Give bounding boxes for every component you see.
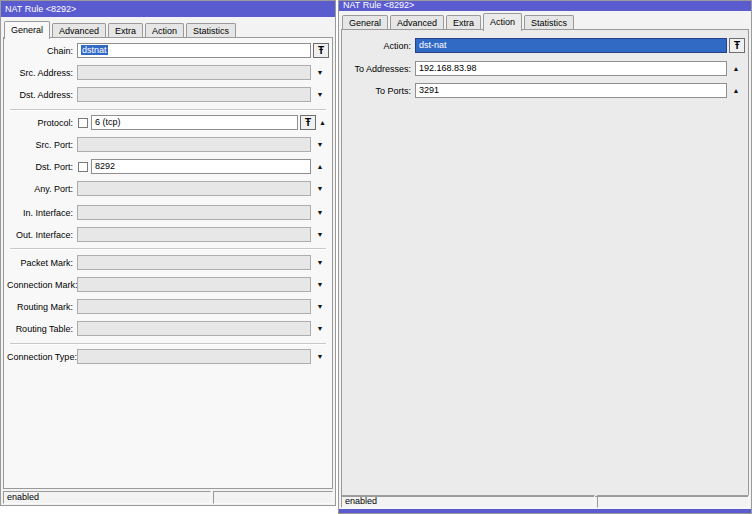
routing-mark-label: Routing Mark: [7,302,73,312]
tab-extra[interactable]: Extra [108,23,143,38]
field-row-src-port: Src. Port: ▼ [7,137,329,152]
chevron-down-icon: ▼ [317,141,324,148]
status-enabled: enabled [3,491,211,504]
chevron-down-icon: ▼ [317,185,324,192]
any-port-label: Any. Port: [7,184,73,194]
to-addresses-collapse[interactable]: ▲ [727,61,745,76]
to-ports-input[interactable]: 3291 [415,83,727,98]
chevron-down-icon: ▼ [317,91,324,98]
action-dropdown-button[interactable]: Ŧ [729,38,745,53]
tab-action[interactable]: Action [145,23,184,38]
src-address-combo[interactable] [77,65,311,80]
status-extra [213,491,333,504]
chain-selected-text: dstnat [81,45,108,55]
connection-type-expand[interactable]: ▼ [311,349,329,364]
routing-mark-combo[interactable] [77,299,311,314]
tab-strip: General Advanced Extra Action Statistics [342,11,576,30]
status-enabled: enabled [341,495,595,508]
connection-mark-expand[interactable]: ▼ [311,277,329,292]
tab-action[interactable]: Action [483,13,522,31]
in-interface-expand[interactable]: ▼ [311,205,329,220]
dst-address-combo[interactable] [77,87,311,102]
titlebar[interactable]: NAT Rule <8292> [339,1,751,11]
window-title: NAT Rule <8292> [5,4,76,14]
field-row-dst-address: Dst. Address: ▼ [7,87,329,102]
to-addresses-label: To Addresses: [345,64,411,74]
protocol-not-checkbox[interactable] [78,118,88,128]
routing-table-combo[interactable] [77,321,311,336]
tab-general[interactable]: General [342,15,388,30]
titlebar[interactable]: NAT Rule <8292> [1,1,335,17]
chevron-up-icon: ▲ [319,119,326,126]
chevron-down-icon: ▼ [317,69,324,76]
dst-port-collapse[interactable]: ▲ [311,159,329,174]
field-row-chain: Chain: dstnat Ŧ [7,43,329,58]
chevron-up-icon: ▲ [317,163,324,170]
any-port-expand[interactable]: ▼ [311,181,329,196]
field-row-packet-mark: Packet Mark: ▼ [7,255,329,270]
connection-type-combo[interactable] [77,349,311,364]
tab-strip: General Advanced Extra Action Statistics [4,19,238,38]
chevron-down-icon: ▼ [317,353,324,360]
field-row-protocol: Protocol: 6 (tcp) Ŧ ▲ [7,115,329,130]
protocol-dropdown-button[interactable]: Ŧ [300,115,316,130]
dropdown-list-icon: Ŧ [734,40,740,51]
group-separator [10,248,326,250]
group-separator [10,343,326,345]
dst-port-label: Dst. Port: [7,162,73,172]
action-label: Action: [345,41,411,51]
chain-dropdown-button[interactable]: Ŧ [313,43,329,58]
window-title: NAT Rule <8292> [343,1,751,11]
chain-input[interactable]: dstnat [77,43,311,58]
packet-mark-label: Packet Mark: [7,258,73,268]
field-row-to-addresses: To Addresses: 192.168.83.98 ▲ [345,61,745,76]
out-interface-expand[interactable]: ▼ [311,227,329,242]
field-row-to-ports: To Ports: 3291 ▲ [345,83,745,98]
packet-mark-combo[interactable] [77,255,311,270]
tab-advanced[interactable]: Advanced [52,23,106,38]
dst-port-not-checkbox[interactable] [78,162,88,172]
src-address-expand[interactable]: ▼ [311,65,329,80]
nat-rule-window-general: NAT Rule <8292> General Advanced Extra A… [0,0,336,506]
in-interface-combo[interactable] [77,205,311,220]
chevron-down-icon: ▼ [317,281,324,288]
src-address-label: Src. Address: [7,68,73,78]
routing-table-expand[interactable]: ▼ [311,321,329,336]
action-input[interactable]: dst-nat [415,38,727,53]
to-ports-collapse[interactable]: ▲ [727,83,745,98]
packet-mark-expand[interactable]: ▼ [311,255,329,270]
routing-mark-expand[interactable]: ▼ [311,299,329,314]
routing-table-label: Routing Table: [7,324,73,334]
field-row-dst-port: Dst. Port: 8292 ▲ [7,159,329,174]
connection-mark-combo[interactable] [77,277,311,292]
action-tab-page: Action: dst-nat Ŧ To Addresses: 192.168.… [341,29,749,497]
field-row-src-address: Src. Address: ▼ [7,65,329,80]
status-bar: enabled [341,495,749,508]
protocol-label: Protocol: [7,118,73,128]
any-port-combo[interactable] [77,181,311,196]
src-port-combo[interactable] [77,137,311,152]
tab-general[interactable]: General [4,21,50,39]
out-interface-combo[interactable] [77,227,311,242]
connection-type-label: Connection Type: [7,352,73,362]
tab-advanced[interactable]: Advanced [390,15,444,30]
field-row-out-interface: Out. Interface: ▼ [7,227,329,242]
chevron-up-icon: ▲ [733,87,740,94]
protocol-input[interactable]: 6 (tcp) [91,115,298,130]
field-row-routing-table: Routing Table: ▼ [7,321,329,336]
chevron-down-icon: ▼ [317,209,324,216]
out-interface-label: Out. Interface: [7,230,73,240]
tab-statistics[interactable]: Statistics [186,23,236,38]
protocol-collapse[interactable]: ▲ [316,115,329,130]
dst-port-input[interactable]: 8292 [91,159,311,174]
field-row-connection-type: Connection Type: ▼ [7,349,329,364]
to-addresses-input[interactable]: 192.168.83.98 [415,61,727,76]
chevron-down-icon: ▼ [317,231,324,238]
bottom-window-edge [339,509,751,513]
src-port-label: Src. Port: [7,140,73,150]
dst-address-expand[interactable]: ▼ [311,87,329,102]
tab-statistics[interactable]: Statistics [524,15,574,30]
src-port-expand[interactable]: ▼ [311,137,329,152]
tab-extra[interactable]: Extra [446,15,481,30]
chevron-down-icon: ▼ [317,303,324,310]
